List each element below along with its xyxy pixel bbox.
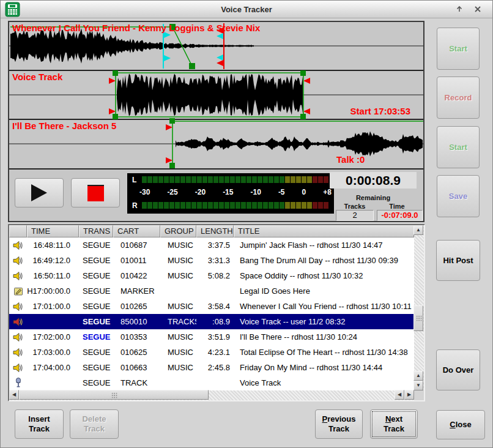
meter-left-label: L: [132, 176, 136, 184]
cell-time: 17:02:00.0: [27, 329, 79, 345]
cell-trans: SEGUE: [79, 345, 113, 360]
meter-segment: [318, 176, 323, 183]
column-header-icon[interactable]: [9, 225, 27, 237]
meter-segment: [302, 176, 306, 183]
meter-segment: [258, 202, 262, 209]
cell-group: MUSIC: [160, 329, 196, 345]
meter-segment: [147, 202, 152, 209]
insert-track-button[interactable]: Insert Track: [15, 409, 64, 439]
track3-title: I'll Be There - Jackson 5: [12, 121, 116, 131]
stop-button[interactable]: [71, 178, 120, 207]
column-header-trans[interactable]: TRANS: [79, 225, 113, 237]
microphone-icon: [9, 375, 27, 390]
scrollbar-corner: [414, 390, 424, 400]
meter-segment: [175, 202, 180, 209]
speaker-icon: [9, 360, 27, 375]
meter-segment: [224, 176, 229, 183]
table-row[interactable]: 16:49:12.0SEGUE010011MUSIC3:31.3Bang The…: [9, 253, 414, 268]
cell-length: :08.9: [196, 314, 234, 329]
table-row[interactable]: 17:03:00.0SEGUE010625MUSIC4:23.1Total Ec…: [9, 345, 414, 360]
elapsed-time-display: 0:00:08.9: [330, 172, 417, 189]
track3-talk-time: Talk :0: [336, 154, 385, 165]
cell-cart: TRACK: [113, 375, 160, 390]
do-over-button[interactable]: Do Over: [436, 349, 480, 390]
meter-segment: [296, 176, 301, 183]
meter-segment: [291, 202, 295, 209]
remaining-tracks-label: Tracks: [336, 203, 374, 210]
scroll-right-button[interactable]: ▶: [404, 390, 414, 400]
cell-trans: SEGUE: [79, 253, 113, 268]
meter-segment: [147, 176, 152, 183]
meter-scale-label: -20: [195, 188, 206, 198]
cell-group: MUSIC: [160, 237, 196, 253]
table-row[interactable]: 16:48:11.0SEGUE010687MUSIC3:37.5Jumpin' …: [9, 237, 414, 253]
shade-window-button[interactable]: [453, 3, 465, 16]
cell-title: Voice Track: [234, 375, 414, 390]
column-header-cart[interactable]: CART: [113, 225, 160, 237]
meter-segment: [258, 176, 262, 183]
table-row[interactable]: 17:04:00.0SEGUE010663MUSIC2:45.8Friday O…: [9, 360, 414, 375]
meter-right-segments: [142, 202, 332, 209]
record-button: Record: [437, 77, 480, 119]
cell-cart: MARKER: [113, 283, 160, 299]
meter-segment: [219, 202, 224, 209]
thumb-grip: [416, 315, 422, 321]
previous-track-button[interactable]: Previous Track: [315, 409, 363, 439]
meter-segment: [158, 176, 163, 183]
voice-tracker-window: Voice Tracker: [0, 0, 493, 448]
cell-cart: 010687: [113, 237, 160, 253]
speaker-icon: [9, 237, 27, 253]
vertical-scrollbar[interactable]: ▲ ▲ ▼: [414, 225, 424, 390]
meter-segment: [197, 176, 202, 183]
play-button[interactable]: [15, 178, 64, 207]
close-button[interactable]: Close: [436, 410, 485, 439]
meter-segment: [169, 176, 174, 183]
start-1-button: Start: [437, 28, 480, 70]
vertical-scroll-thumb[interactable]: [413, 305, 423, 331]
delete-track-button: Delete Track: [70, 409, 119, 439]
close-window-button[interactable]: [471, 3, 484, 16]
meter-segment: [208, 202, 213, 209]
cell-group: MUSIC: [160, 345, 196, 360]
column-header-group[interactable]: GROUP: [160, 225, 196, 237]
hit-post-button[interactable]: Hit Post: [436, 240, 480, 281]
scroll-left-button-2[interactable]: ◀: [395, 390, 404, 400]
meter-segment: [252, 176, 257, 183]
table-row-selected[interactable]: SEGUE850010TRACKS:08.9Voice Track -- use…: [9, 314, 414, 329]
track2-title: Voice Track: [12, 72, 62, 82]
meter-segment: [247, 176, 251, 183]
cell-trans: SEGUE: [79, 299, 113, 314]
horizontal-scroll-thumb[interactable]: [19, 390, 209, 400]
table-row[interactable]: SEGUETRACKVoice Track: [9, 375, 414, 390]
meter-segment: [202, 202, 207, 209]
table-row[interactable]: 16:50:11.0SEGUE010422MUSIC5:08.2Space Od…: [9, 268, 414, 283]
window-title: Voice Tracker: [1, 1, 492, 18]
marker-note-icon: [9, 283, 27, 299]
meter-segment: [224, 202, 229, 209]
meter-scale-label: -5: [278, 188, 285, 198]
scroll-down-button[interactable]: ▼: [413, 381, 423, 390]
scroll-up-button[interactable]: ▲: [413, 225, 423, 235]
column-header-length[interactable]: LENGTH: [196, 225, 234, 237]
tracks-area[interactable]: Whenever I Call You Friend - Kenny Loggi…: [9, 22, 423, 170]
cell-time: [27, 375, 79, 390]
titlebar[interactable]: Voice Tracker: [1, 1, 492, 18]
waveform-panel: Whenever I Call You Friend - Kenny Loggi…: [8, 21, 424, 222]
scroll-left-button[interactable]: ◀: [9, 390, 19, 400]
speaker-icon: [9, 253, 27, 268]
horizontal-scrollbar[interactable]: ◀ ◀ ▶: [9, 390, 414, 400]
cell-title: Voice Track -- user 11/2 08:32: [234, 314, 414, 329]
waveform-canvas[interactable]: [9, 22, 423, 170]
table-row[interactable]: 17:02:00.0SEGUE010353MUSIC3:51.9I'll Be …: [9, 329, 414, 345]
meter-segment: [164, 176, 169, 183]
next-track-button[interactable]: Next Track: [370, 409, 418, 439]
table-row[interactable]: 17:01:00.0SEGUE010265MUSIC3:58.4Whenever…: [9, 299, 414, 314]
column-header-title[interactable]: TITLE: [234, 225, 414, 237]
cell-group: [160, 375, 196, 390]
column-header-time[interactable]: TIME: [27, 225, 79, 237]
meter-segment: [280, 176, 284, 183]
scroll-up-button-2[interactable]: ▲: [413, 371, 423, 381]
speaker-icon: [9, 345, 27, 360]
cell-group: [160, 283, 196, 299]
table-row[interactable]: H17:00:00.0SEGUEMARKERLegal ID Goes Here: [9, 283, 414, 299]
